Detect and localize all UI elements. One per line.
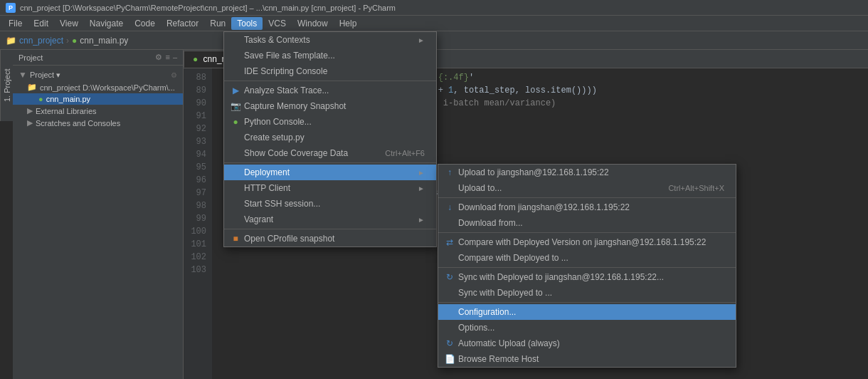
compare-icon: ⇄ (444, 237, 455, 248)
sub-sep-1 (438, 197, 736, 198)
folder-icon: 📁 (27, 83, 37, 92)
menu-item-compare-deployed[interactable]: Compare with Deployed to ... (438, 250, 736, 266)
menu-edit[interactable]: Edit (28, 17, 54, 30)
project-tree: ▼ Project ▾ ⚙ 📁 cnn_project D:\Workspace… (13, 66, 183, 379)
menu-item-configuration[interactable]: Configuration... (438, 304, 736, 320)
python-console-icon: ● (230, 116, 241, 128)
tree-cnn-label: cnn_project D:\Workspace\PyCharm\... (40, 83, 175, 92)
menu-item-tasks[interactable]: Tasks & Contexts ► (224, 32, 436, 48)
tree-external-libs[interactable]: ▶ External Libraries (13, 105, 183, 117)
menu-navigate[interactable]: Navigate (84, 17, 129, 30)
minimize-icon[interactable]: – (173, 53, 177, 62)
menu-item-deployment[interactable]: → Deployment ► (224, 165, 436, 180)
menu-item-upload-specific[interactable]: ↑ Upload to jiangshan@192.168.1.195:22 (438, 165, 736, 180)
breadcrumb-project-label[interactable]: cnn_project (19, 36, 63, 46)
breadcrumb-project[interactable]: 📁 (6, 36, 16, 46)
menu-item-compare-specific[interactable]: ⇄ Compare with Deployed Version on jiang… (438, 234, 736, 250)
download-icon: ↓ (444, 202, 455, 213)
lib-icon: ▶ (27, 106, 33, 115)
cprofile-icon: ■ (230, 233, 241, 244)
menu-item-sync-specific[interactable]: ↻ Sync with Deployed to jiangshan@192.16… (438, 269, 736, 285)
analyze-stack-label: Analyze Stack Trace... (244, 85, 329, 95)
cprofile-label: Open CProfile snapshot (244, 234, 334, 244)
tools-dropdown-menu: Tasks & Contexts ► Save File as Template… (223, 31, 437, 247)
gear-icon[interactable]: ⚙ (155, 53, 162, 62)
menu-item-download-specific[interactable]: ↓ Download from jiangshan@192.168.1.195:… (438, 199, 736, 215)
download-specific-label: Download from jiangshan@192.168.1.195:22 (458, 202, 630, 212)
menu-item-sync-deployed[interactable]: Sync with Deployed to ... (438, 285, 736, 301)
menu-file[interactable]: File (3, 17, 28, 30)
menu-item-ssh[interactable]: Start SSH session... (224, 196, 436, 212)
menu-window[interactable]: Window (292, 17, 334, 30)
menu-item-options[interactable]: Options... (438, 320, 736, 336)
layout-icon[interactable]: ≡ (165, 53, 169, 62)
upload-icon: ↑ (444, 167, 455, 178)
capture-icon: 📷 (230, 100, 241, 112)
tab-icon: ● (193, 54, 198, 64)
menu-item-analyze-stack[interactable]: ▶ Analyze Stack Trace... (224, 83, 436, 98)
project-panel: Project ⚙ ≡ – ▼ Project ▾ ⚙ 📁 cnn_projec… (13, 50, 184, 379)
sync-deployed-label: Sync with Deployed to ... (458, 288, 552, 298)
menu-item-capture-memory[interactable]: 📷 Capture Memory Snapshot (224, 98, 436, 114)
show-coverage-label: Show Code Coverage Data (244, 148, 348, 158)
app-icon: P (6, 3, 16, 13)
browse-remote-label: Browse Remote Host (458, 354, 539, 364)
menu-item-show-coverage[interactable]: Show Code Coverage Data Ctrl+Alt+F6 (224, 145, 436, 161)
deployment-submenu: ↑ Upload to jiangshan@192.168.1.195:22 U… (438, 164, 736, 368)
menu-tools[interactable]: Tools (231, 17, 263, 30)
tree-cnn-main[interactable]: ● cnn_main.py (13, 93, 183, 105)
line-numbers: 88899091 92939495 96979899 100101102103 (184, 68, 212, 379)
breadcrumb-file[interactable]: cnn_main.py (80, 36, 128, 46)
menu-item-auto-upload[interactable]: ↻ Automatic Upload (always) (438, 336, 736, 351)
ssh-label: Start SSH session... (244, 199, 320, 209)
menu-item-upload-to[interactable]: Upload to... Ctrl+Alt+Shift+X (438, 180, 736, 196)
menu-item-vagrant[interactable]: Vagrant ► (224, 212, 436, 227)
deployment-label: Deployment (244, 167, 290, 177)
options-label: Options... (458, 323, 494, 333)
menu-item-browse-remote[interactable]: 📄 Browse Remote Host (438, 351, 736, 367)
create-setup-label: Create setup.py (244, 133, 305, 142)
tree-external-label: External Libraries (36, 107, 97, 115)
menu-help[interactable]: Help (334, 17, 363, 30)
side-tab-project[interactable]: 1. Project (0, 50, 13, 121)
menu-item-save-template[interactable]: Save File as Template... (224, 48, 436, 63)
python-console-label: Python Console... (244, 117, 312, 127)
menu-item-cprofile[interactable]: ■ Open CProfile snapshot (224, 231, 436, 246)
sub-sep-3 (438, 267, 736, 268)
vagrant-label: Vagrant (244, 214, 273, 224)
arrow-icon: ► (418, 36, 425, 44)
tree-cnn-main-label: cnn_main.py (46, 95, 90, 103)
browse-icon: 📄 (444, 353, 455, 365)
menu-item-http-client[interactable]: HTTP Client ► (224, 180, 436, 196)
menu-view[interactable]: View (54, 17, 84, 30)
ide-scripting-label: IDE Scripting Console (244, 66, 327, 76)
menu-code[interactable]: Code (129, 17, 161, 30)
title-bar: P cnn_project [D:\Workspace\PyCharm\Remo… (0, 0, 868, 16)
python-file-icon: ● (38, 95, 43, 103)
download-from-label: Download from... (458, 218, 523, 228)
menu-vcs[interactable]: VCS (263, 17, 292, 30)
menu-item-ide-scripting[interactable]: IDE Scripting Console (224, 63, 436, 79)
sync-icon: ↻ (444, 271, 455, 283)
auto-upload-label: Automatic Upload (always) (458, 338, 560, 348)
project-root-label: Project ▾ (30, 71, 60, 80)
project-panel-header: Project ⚙ ≡ – (13, 50, 183, 66)
menu-item-python-console[interactable]: ● Python Console... (224, 114, 436, 130)
separator-3 (224, 229, 436, 229)
compare-specific-label: Compare with Deployed Version on jiangsh… (458, 237, 706, 247)
sync-specific-label: Sync with Deployed to jiangshan@192.168.… (458, 272, 664, 282)
settings-icon[interactable]: ⚙ (171, 71, 177, 79)
menu-run[interactable]: Run (204, 17, 231, 30)
menu-refactor[interactable]: Refactor (161, 17, 204, 30)
save-template-label: Save File as Template... (244, 51, 335, 61)
auto-upload-icon: ↻ (444, 338, 455, 349)
tree-root[interactable]: ▼ Project ▾ ⚙ (13, 68, 183, 81)
tree-cnn-project[interactable]: 📁 cnn_project D:\Workspace\PyCharm\... (13, 81, 183, 93)
deployment-arrow-icon: ► (418, 169, 425, 177)
tree-scratches[interactable]: ▶ Scratches and Consoles (13, 117, 183, 129)
sub-sep-2 (438, 232, 736, 233)
separator-1 (224, 81, 436, 81)
menu-item-download-from[interactable]: Download from... (438, 215, 736, 231)
menu-item-create-setup[interactable]: Create setup.py (224, 130, 436, 145)
vagrant-arrow-icon: ► (418, 216, 425, 224)
